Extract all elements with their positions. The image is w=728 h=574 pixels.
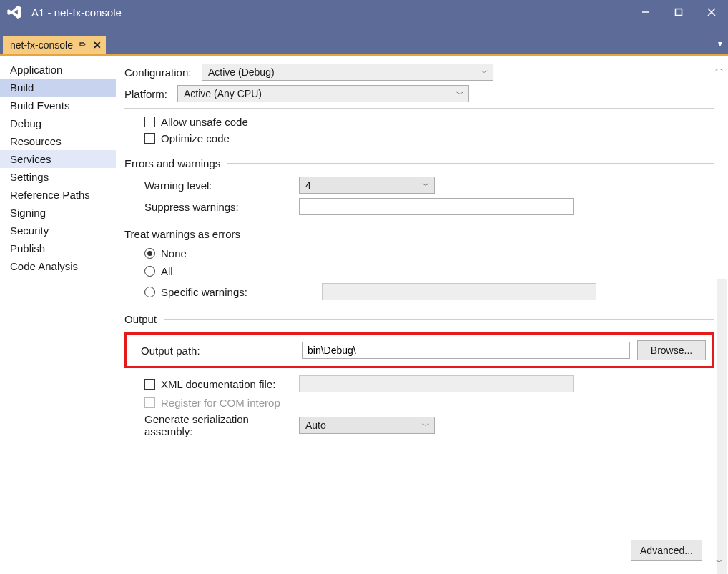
xml-doc-row: XML documentation file:	[124, 375, 714, 392]
xml-doc-checkbox[interactable]	[144, 379, 155, 390]
gen-serialization-label: Generate serialization assembly:	[124, 413, 299, 437]
scroll-down-icon[interactable]: ﹀	[715, 556, 724, 568]
configuration-row: Configuration: Active (Debug) ﹀	[124, 64, 714, 81]
gen-serialization-row: Generate serialization assembly: Auto ﹀	[124, 413, 714, 437]
window-title: A1 - net-fx-console	[31, 6, 122, 19]
gen-serialization-value: Auto	[305, 420, 326, 431]
output-path-label: Output path:	[132, 345, 302, 357]
chevron-down-icon: ﹀	[422, 180, 430, 191]
sidebar-item-resources[interactable]: Resources	[0, 132, 116, 150]
svg-rect-1	[676, 9, 682, 16]
optimize-checkbox[interactable]	[144, 133, 155, 144]
treat-section-header: Treat warnings as errors	[124, 228, 714, 240]
sidebar-item-build[interactable]: Build	[0, 79, 116, 97]
advanced-label: Advanced...	[640, 545, 693, 556]
scrollbar[interactable]	[717, 279, 727, 574]
browse-label: Browse...	[651, 345, 692, 356]
suppress-warnings-row: Suppress warnings:	[124, 198, 714, 215]
vs-logo-icon	[4, 5, 24, 19]
configuration-value: Active (Debug)	[208, 66, 275, 78]
document-tab[interactable]: net-fx-console ✕	[3, 36, 106, 54]
treat-none-row: None	[124, 247, 714, 259]
document-tab-label: net-fx-console	[10, 39, 73, 51]
scroll-up-icon[interactable]: ︿	[715, 62, 724, 74]
allow-unsafe-label: Allow unsafe code	[161, 116, 248, 128]
register-com-checkbox	[144, 397, 155, 408]
treat-specific-radio[interactable]	[144, 287, 155, 297]
output-path-row: Output path: Browse...	[124, 332, 714, 368]
allow-unsafe-checkbox[interactable]	[144, 117, 155, 127]
platform-dropdown[interactable]: Active (Any CPU) ﹀	[177, 85, 469, 102]
treat-section-label: Treat warnings as errors	[124, 228, 240, 240]
register-com-label: Register for COM interop	[161, 397, 280, 409]
configuration-dropdown[interactable]: Active (Debug) ﹀	[202, 64, 493, 81]
sidebar-item-services[interactable]: Services	[0, 150, 116, 168]
register-com-row: Register for COM interop	[124, 397, 714, 409]
sidebar-item-signing[interactable]: Signing	[0, 204, 116, 222]
warning-level-dropdown[interactable]: 4 ﹀	[299, 177, 435, 194]
chevron-down-icon: ﹀	[481, 67, 488, 78]
main-area: Application Build Build Events Debug Res…	[0, 56, 728, 574]
platform-label: Platform:	[124, 88, 172, 100]
treat-none-radio[interactable]	[144, 248, 155, 259]
close-icon[interactable]: ✕	[93, 39, 102, 51]
xml-doc-input	[299, 375, 574, 392]
platform-row: Platform: Active (Any CPU) ﹀	[124, 85, 714, 102]
treat-specific-input	[322, 283, 596, 300]
sidebar-item-build-events[interactable]: Build Events	[0, 97, 116, 114]
sidebar-item-settings[interactable]: Settings	[0, 168, 116, 186]
pin-icon[interactable]	[79, 40, 87, 51]
optimize-row: Optimize code	[144, 132, 714, 144]
sidebar-item-security[interactable]: Security	[0, 222, 116, 239]
sidebar-item-code-analysis[interactable]: Code Analysis	[0, 257, 116, 275]
sidebar: Application Build Build Events Debug Res…	[0, 56, 116, 574]
minimize-button[interactable]	[629, 0, 662, 24]
configuration-label: Configuration:	[124, 66, 196, 79]
xml-doc-label: XML documentation file:	[161, 378, 275, 390]
treat-all-label: All	[161, 265, 173, 277]
suppress-warnings-input[interactable]	[299, 198, 574, 215]
browse-button[interactable]: Browse...	[637, 340, 706, 360]
treat-specific-label: Specific warnings:	[161, 286, 247, 298]
output-section-label: Output	[124, 313, 157, 325]
chevron-down-icon: ﹀	[422, 420, 430, 431]
warning-level-row: Warning level: 4 ﹀	[124, 177, 714, 194]
errors-section-header: Errors and warnings	[124, 157, 714, 169]
close-button[interactable]	[695, 0, 728, 24]
warning-level-label: Warning level:	[124, 179, 299, 192]
tab-overflow-icon[interactable]: ▾	[718, 39, 722, 49]
sidebar-item-debug[interactable]: Debug	[0, 114, 116, 132]
divider	[124, 108, 714, 109]
errors-section-label: Errors and warnings	[124, 157, 220, 169]
build-page: ︿ Configuration: Active (Debug) ﹀ Platfo…	[116, 56, 728, 574]
output-path-input[interactable]	[302, 342, 630, 359]
treat-all-row: All	[124, 265, 714, 277]
maximize-button[interactable]	[662, 0, 695, 24]
platform-value: Active (Any CPU)	[184, 88, 262, 99]
optimize-label: Optimize code	[161, 132, 230, 144]
output-section-header: Output	[124, 313, 714, 325]
allow-unsafe-row: Allow unsafe code	[144, 116, 714, 128]
titlebar: A1 - net-fx-console	[0, 0, 728, 24]
sidebar-item-publish[interactable]: Publish	[0, 239, 116, 257]
gen-serialization-dropdown[interactable]: Auto ﹀	[299, 417, 435, 434]
advanced-button[interactable]: Advanced...	[631, 540, 702, 561]
warning-level-value: 4	[305, 179, 311, 191]
treat-all-radio[interactable]	[144, 266, 155, 277]
toolbar-strip	[0, 24, 728, 34]
sidebar-item-reference-paths[interactable]: Reference Paths	[0, 186, 116, 204]
treat-none-label: None	[161, 247, 187, 259]
sidebar-item-application[interactable]: Application	[0, 61, 116, 79]
document-tab-row: net-fx-console ✕ ▾	[0, 34, 728, 54]
suppress-warnings-label: Suppress warnings:	[124, 201, 299, 213]
treat-specific-row: Specific warnings:	[124, 283, 714, 300]
chevron-down-icon: ﹀	[456, 89, 464, 99]
